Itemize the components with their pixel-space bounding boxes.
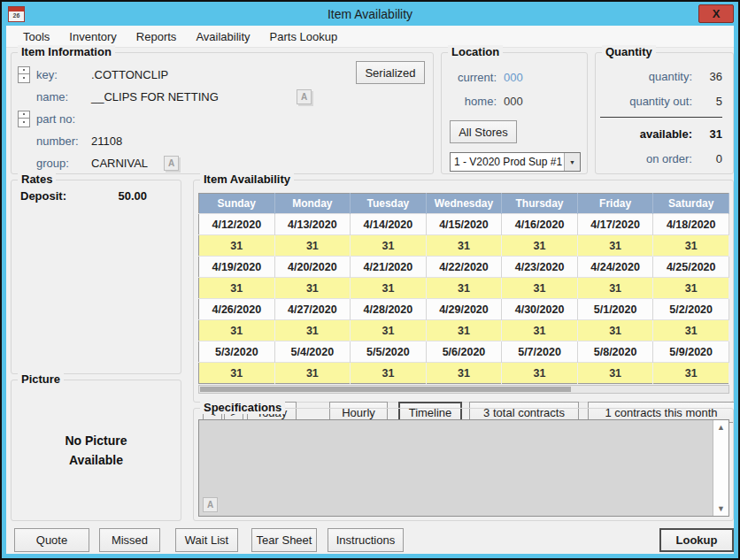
specifications-group: Specifications A ▲ ▼ xyxy=(193,408,734,521)
menu-item-availability[interactable]: Availability xyxy=(186,27,259,46)
key-label: key: xyxy=(36,68,91,81)
name-value: __CLIPS FOR NETTING xyxy=(91,90,219,104)
no-picture-line2: Available xyxy=(69,450,123,470)
availability-count-cell[interactable]: 31 xyxy=(502,320,578,341)
date-cell[interactable]: 4/26/2020 xyxy=(199,299,275,320)
date-cell[interactable]: 5/9/2020 xyxy=(653,341,729,363)
menu-item-inventory[interactable]: Inventory xyxy=(59,27,126,46)
availability-count-cell[interactable]: 31 xyxy=(199,235,275,257)
instructions-button[interactable]: Instructions xyxy=(328,528,404,552)
availability-count-cell[interactable]: 31 xyxy=(274,278,351,299)
date-cell[interactable]: 5/5/2020 xyxy=(351,341,427,363)
wait-list-button[interactable]: Wait List xyxy=(175,528,238,552)
date-cell[interactable]: 4/23/2020 xyxy=(502,257,578,278)
date-cell[interactable]: 4/27/2020 xyxy=(274,299,351,320)
menu-item-reports[interactable]: Reports xyxy=(127,27,187,46)
availability-count-cell[interactable]: 31 xyxy=(653,278,729,299)
date-cell[interactable]: 4/15/2020 xyxy=(426,214,502,235)
availability-count-cell[interactable]: 31 xyxy=(351,320,427,341)
date-cell[interactable]: 5/8/2020 xyxy=(577,341,653,363)
availability-count-cell[interactable]: 31 xyxy=(577,363,653,384)
availability-count-cell[interactable]: 31 xyxy=(577,320,653,341)
date-cell[interactable]: 4/25/2020 xyxy=(653,257,729,278)
tear-sheet-button[interactable]: Tear Sheet xyxy=(251,528,317,552)
date-cell[interactable]: 4/18/2020 xyxy=(653,214,729,235)
availability-count-cell[interactable]: 31 xyxy=(653,363,729,384)
date-cell[interactable]: 4/19/2020 xyxy=(199,257,275,278)
translate-icon[interactable]: A xyxy=(297,89,312,104)
availability-count-cell[interactable]: 31 xyxy=(199,278,275,299)
availability-count-cell[interactable]: 31 xyxy=(351,278,427,299)
on-order-label: on order: xyxy=(596,152,692,165)
scrollbar-thumb[interactable] xyxy=(200,387,571,392)
quantity-title: Quantity xyxy=(602,45,656,58)
date-cell[interactable]: 4/17/2020 xyxy=(577,214,653,235)
item-information-group: Item Information Serialized key: .COTTON… xyxy=(11,52,434,174)
availability-count-cell[interactable]: 31 xyxy=(351,235,427,257)
missed-button[interactable]: Missed xyxy=(99,528,160,552)
close-button[interactable]: X xyxy=(698,4,734,23)
outline-expand-icon[interactable] xyxy=(18,66,30,83)
date-cell[interactable]: 4/28/2020 xyxy=(351,299,427,320)
lookup-button[interactable]: Lookup xyxy=(659,528,734,552)
availability-count-cell[interactable]: 31 xyxy=(426,278,502,299)
on-order-row: on order: 0 xyxy=(596,146,733,171)
scroll-down-icon[interactable]: ▼ xyxy=(713,502,728,516)
all-stores-button[interactable]: All Stores xyxy=(450,120,517,143)
current-location-row: current: 000 xyxy=(442,65,587,89)
availability-count-cell[interactable]: 31 xyxy=(274,235,351,257)
translate-icon[interactable]: A xyxy=(164,156,179,171)
count-row: 31313131313131 xyxy=(199,235,729,257)
date-cell[interactable]: 4/13/2020 xyxy=(274,214,351,235)
availability-count-cell[interactable]: 31 xyxy=(199,320,275,341)
availability-count-cell[interactable]: 31 xyxy=(274,363,351,384)
availability-count-cell[interactable]: 31 xyxy=(502,278,578,299)
day-header: Tuesday xyxy=(351,194,427,214)
chevron-down-icon[interactable]: ▼ xyxy=(564,153,580,171)
specifications-vertical-scrollbar[interactable]: ▲ ▼ xyxy=(713,420,728,516)
availability-count-cell[interactable]: 31 xyxy=(502,363,578,384)
date-row: 4/19/20204/20/20204/21/20204/22/20204/23… xyxy=(199,257,729,278)
date-cell[interactable]: 5/2/2020 xyxy=(653,299,729,320)
availability-count-cell[interactable]: 31 xyxy=(426,320,502,341)
outline-expand-icon[interactable] xyxy=(18,111,30,127)
availability-count-cell[interactable]: 31 xyxy=(653,235,729,257)
availability-count-cell[interactable]: 31 xyxy=(577,235,653,257)
date-cell[interactable]: 4/12/2020 xyxy=(199,214,275,235)
date-cell[interactable]: 4/29/2020 xyxy=(426,299,502,320)
availability-count-cell[interactable]: 31 xyxy=(426,363,502,384)
availability-count-cell[interactable]: 31 xyxy=(653,320,729,341)
translate-icon[interactable]: A xyxy=(203,497,218,512)
specifications-textarea[interactable]: A ▲ ▼ xyxy=(198,419,729,517)
availability-count-cell[interactable]: 31 xyxy=(274,320,351,341)
availability-count-cell[interactable]: 31 xyxy=(351,363,427,384)
quote-button[interactable]: Quote xyxy=(14,528,89,552)
availability-count-cell[interactable]: 31 xyxy=(426,235,502,257)
date-cell[interactable]: 4/16/2020 xyxy=(502,214,578,235)
menu-item-tools[interactable]: Tools xyxy=(13,27,59,46)
availability-count-cell[interactable]: 31 xyxy=(577,278,653,299)
date-cell[interactable]: 5/3/2020 xyxy=(199,341,275,363)
available-label: available: xyxy=(596,127,692,141)
date-cell[interactable]: 5/7/2020 xyxy=(502,341,578,363)
scroll-up-icon[interactable]: ▲ xyxy=(713,420,728,434)
date-cell[interactable]: 5/6/2020 xyxy=(426,341,502,363)
menu-item-parts-lookup[interactable]: Parts Lookup xyxy=(260,27,348,46)
quantity-group: Quantity quantity: 36 quantity out: 5 av… xyxy=(595,52,734,174)
date-cell[interactable]: 5/1/2020 xyxy=(577,299,653,320)
availability-count-cell[interactable]: 31 xyxy=(199,363,275,384)
key-value: .COTTONCLIP xyxy=(91,68,168,81)
date-cell[interactable]: 4/30/2020 xyxy=(502,299,578,320)
date-cell[interactable]: 4/20/2020 xyxy=(274,257,351,278)
date-cell[interactable]: 4/21/2020 xyxy=(351,257,427,278)
date-cell[interactable]: 4/24/2020 xyxy=(577,257,653,278)
date-cell[interactable]: 4/22/2020 xyxy=(426,257,502,278)
date-cell[interactable]: 5/4/2020 xyxy=(274,341,351,363)
date-cell[interactable]: 4/14/2020 xyxy=(351,214,427,235)
current-label: current: xyxy=(442,71,497,84)
store-select[interactable]: 1 - V2020 Prod Sup #1 ▼ xyxy=(450,152,581,172)
availability-count-cell[interactable]: 31 xyxy=(502,235,578,257)
day-header: Monday xyxy=(274,194,351,214)
table-horizontal-scrollbar[interactable] xyxy=(198,385,729,394)
day-header: Wednesday xyxy=(426,194,502,214)
